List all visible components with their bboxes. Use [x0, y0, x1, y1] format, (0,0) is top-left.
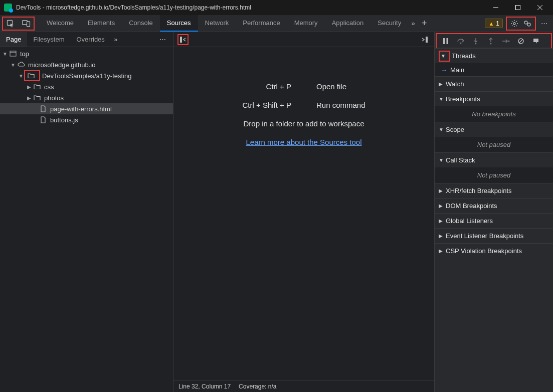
section-label: Call Stack: [446, 156, 475, 164]
section-threads[interactable]: ▼ Threads: [435, 48, 553, 63]
inspect-element-icon[interactable]: [5, 18, 16, 29]
step-out-icon[interactable]: [486, 36, 496, 46]
breakpoints-empty: No breakpoints: [435, 106, 553, 122]
tree-label: css: [44, 83, 54, 91]
section-label: Global Listeners: [446, 217, 493, 225]
debugger-panel: ▼ Threads → Main ▶ Watch ▼ Breakpoints N…: [435, 32, 553, 392]
section-label: Scope: [446, 126, 464, 133]
section-label: XHR/fetch Breakpoints: [446, 187, 512, 194]
step-into-icon[interactable]: [471, 36, 481, 46]
cursor-position: Line 32, Column 17: [178, 383, 231, 390]
settings-icon[interactable]: [509, 18, 520, 29]
warnings-badge[interactable]: ▲ 1: [485, 19, 503, 28]
section-event[interactable]: ▶ Event Listener Breakpoints: [435, 228, 553, 243]
nav-tab-overrides[interactable]: Overrides: [71, 32, 111, 47]
section-dom[interactable]: ▶ DOM Breakpoints: [435, 198, 553, 213]
add-tab-button[interactable]: +: [418, 18, 430, 30]
more-tabs-icon[interactable]: »: [408, 20, 418, 27]
close-button[interactable]: [529, 0, 551, 15]
section-xhr[interactable]: ▶ XHR/fetch Breakpoints: [435, 183, 553, 198]
pause-icon[interactable]: [441, 36, 451, 46]
tree-top[interactable]: ▼ top: [0, 48, 173, 59]
chevron-right-icon: ▶: [439, 203, 446, 209]
chevron-down-icon: ▼: [2, 51, 8, 57]
pause-on-exceptions-icon[interactable]: [531, 36, 541, 46]
svg-point-18: [475, 43, 477, 44]
nav-tab-page[interactable]: Page: [0, 32, 27, 47]
chevron-right-icon: ▶: [439, 233, 446, 239]
step-over-icon[interactable]: [456, 36, 466, 46]
section-breakpoints[interactable]: ▼ Breakpoints: [435, 91, 553, 106]
tab-elements[interactable]: Elements: [81, 15, 122, 32]
step-icon[interactable]: [501, 36, 511, 46]
svg-point-16: [460, 42, 462, 44]
collapse-left-icon[interactable]: [177, 34, 189, 45]
tab-network[interactable]: Network: [198, 15, 236, 32]
chevron-right-icon: ▶: [439, 248, 446, 254]
chevron-right-icon: ▶: [439, 81, 446, 87]
window-titlebar: DevTools - microsoftedge.github.io/DevTo…: [0, 0, 553, 15]
nav-more-tabs-icon[interactable]: »: [111, 36, 121, 43]
nav-more-icon[interactable]: ⋯: [155, 36, 170, 43]
callstack-empty: Not paused: [435, 167, 553, 183]
more-menu-icon[interactable]: ⋯: [539, 18, 550, 29]
tree-label: top: [20, 50, 29, 58]
feedback-icon[interactable]: [522, 18, 533, 29]
device-toolbar-icon[interactable]: [21, 18, 32, 29]
section-scope[interactable]: ▼ Scope: [435, 122, 553, 137]
deactivate-breakpoints-icon[interactable]: [516, 36, 526, 46]
svg-point-9: [527, 23, 530, 26]
svg-point-23: [518, 39, 523, 44]
svg-rect-12: [180, 37, 182, 43]
svg-rect-5: [22, 21, 27, 25]
debugger-sections: ▼ Threads → Main ▶ Watch ▼ Breakpoints N…: [435, 48, 553, 392]
svg-rect-13: [426, 37, 428, 43]
current-thread-icon: →: [441, 66, 447, 74]
tab-memory[interactable]: Memory: [287, 15, 325, 32]
section-watch[interactable]: ▶ Watch: [435, 76, 553, 91]
file-tree: ▼ top ▼ microsoftedge.github.io ▼ DevToo…: [0, 47, 173, 392]
svg-point-22: [508, 40, 510, 42]
tree-label: microsoftedge.github.io: [28, 61, 95, 69]
svg-rect-15: [447, 38, 449, 44]
section-csp[interactable]: ▶ CSP Violation Breakpoints: [435, 243, 553, 258]
tree-folder-css[interactable]: ▶ css: [0, 81, 173, 92]
tree-host[interactable]: ▼ microsoftedge.github.io: [0, 59, 173, 70]
tree-file-html[interactable]: page-with-errors.html: [0, 103, 173, 114]
chevron-right-icon: ▶: [439, 218, 446, 224]
chevron-down-icon: ▼: [18, 73, 24, 79]
folder-icon: [27, 72, 35, 80]
inspect-group: [2, 17, 35, 31]
shortcut-keys: Ctrl + P: [242, 82, 291, 91]
section-global[interactable]: ▶ Global Listeners: [435, 213, 553, 228]
tree-folder-photos[interactable]: ▶ photos: [0, 92, 173, 103]
tree-file-js[interactable]: buttons.js: [0, 114, 173, 125]
tree-path[interactable]: ▼ DevToolsSamples/a11y-testing: [0, 70, 173, 81]
section-label: Threads: [452, 52, 476, 60]
folder-icon: [33, 94, 41, 102]
tab-console[interactable]: Console: [122, 15, 160, 32]
maximize-button[interactable]: [507, 0, 529, 15]
cloud-icon: [17, 61, 25, 69]
svg-line-3: [537, 5, 542, 10]
section-callstack[interactable]: ▼ Call Stack: [435, 152, 553, 167]
tab-performance[interactable]: Performance: [236, 15, 287, 32]
section-label: Event Listener Breakpoints: [446, 232, 523, 240]
tab-welcome[interactable]: Welcome: [40, 15, 81, 32]
devtools-toolbar: Welcome Elements Console Sources Network…: [0, 15, 553, 32]
tab-application[interactable]: Application: [325, 15, 371, 32]
file-icon: [39, 116, 47, 124]
section-label: Watch: [446, 80, 464, 88]
window-title: DevTools - microsoftedge.github.io/DevTo…: [16, 4, 485, 11]
tab-sources[interactable]: Sources: [160, 15, 198, 32]
shortcut-action: Run command: [316, 101, 365, 109]
nav-tab-filesystem[interactable]: Filesystem: [27, 32, 70, 47]
thread-name: Main: [450, 66, 464, 74]
tab-security[interactable]: Security: [371, 15, 408, 32]
panel-tabs: Welcome Elements Console Sources Network…: [40, 15, 408, 32]
minimize-button[interactable]: [485, 0, 507, 15]
thread-main[interactable]: → Main: [435, 63, 553, 76]
warning-icon: ▲: [488, 21, 494, 27]
learn-more-link[interactable]: Learn more about the Sources tool: [246, 138, 362, 146]
collapse-right-icon[interactable]: [419, 34, 430, 45]
